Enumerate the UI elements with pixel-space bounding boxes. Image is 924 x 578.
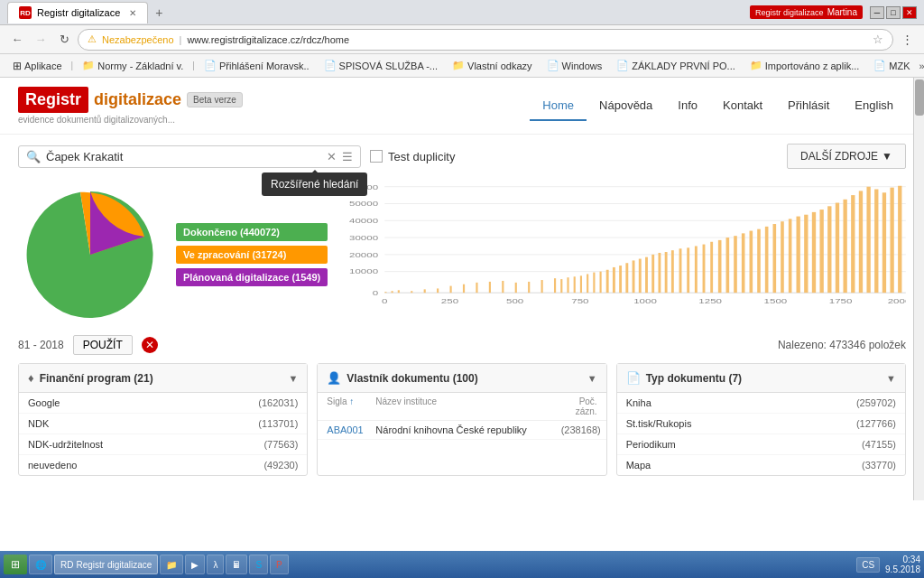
bookmark-importovano[interactable]: 📁 Importováno z aplik... (744, 58, 865, 73)
close-button[interactable]: ✕ (902, 6, 917, 19)
svg-text:40000: 40000 (349, 217, 379, 224)
tooltip: Rozšířené hledání (262, 172, 367, 196)
bookmark-apps[interactable]: ⊞ Aplikace (7, 58, 68, 74)
taskbar-explorer-button[interactable]: 📁 (160, 555, 183, 574)
bookmark-mzk[interactable]: 📄 MZK (868, 58, 915, 73)
nav-prihlasit[interactable]: Přihlásit (775, 91, 842, 121)
bookmark-zaklady[interactable]: 📄 ZÁKLADY PRVNÍ PO... (611, 58, 741, 73)
svg-text:10000: 10000 (349, 268, 379, 275)
svg-rect-83 (891, 188, 894, 293)
bookmark-vlastni[interactable]: 📁 Vlastní odkazy (447, 58, 538, 73)
duplicate-checkbox[interactable] (370, 150, 383, 163)
nav-home[interactable]: Home (530, 91, 587, 121)
scroll-thumb[interactable] (915, 79, 924, 116)
col-sigla-header[interactable]: Sigla ↑ (327, 396, 372, 416)
taskbar-time-display: 0:34 (885, 555, 920, 564)
count-aba001: (238168) (561, 424, 597, 435)
forward-button[interactable]: → (31, 30, 51, 50)
taskbar-skype-button[interactable]: S (249, 555, 268, 574)
folder-icon-1: 📁 (82, 60, 95, 71)
bookmark-windows[interactable]: 📄 Windows (541, 58, 608, 73)
cancel-filter-button[interactable]: ✕ (142, 337, 158, 353)
svg-rect-78 (851, 195, 855, 293)
start-button[interactable]: ⊞ (4, 555, 27, 574)
page-icon-3: 📄 (547, 60, 559, 71)
filter-row-periodikum[interactable]: Periodikum (47155) (617, 434, 905, 455)
diamond-icon: ♦ (28, 371, 34, 385)
filter-owner-header[interactable]: 👤 Vlastník dokumentu (100) ▼ (318, 364, 605, 393)
svg-rect-32 (489, 282, 491, 293)
svg-rect-52 (651, 255, 654, 293)
taskbar-app2-button[interactable]: 🖩 (226, 555, 247, 574)
tab-icon: RD (60, 560, 73, 570)
svg-rect-23 (385, 292, 387, 293)
bookmark-star-icon[interactable]: ☆ (873, 33, 883, 46)
bookmark-normy[interactable]: 📁 Normy - Základní v. (77, 58, 189, 73)
filter-doctype: 📄 Typ dokumentu (7) ▼ Kniha (259702) St.… (616, 363, 906, 476)
svg-text:30000: 30000 (349, 234, 379, 241)
taskbar-ie-button[interactable]: 🌐 (29, 555, 52, 574)
back-button[interactable]: ← (7, 30, 27, 50)
filter-owner-row-aba001[interactable]: ABA001 Národní knihovna České republiky … (318, 421, 605, 440)
search-input[interactable] (46, 150, 321, 163)
taskbar-language[interactable]: CS (856, 557, 880, 573)
maximize-button[interactable]: □ (886, 6, 901, 19)
reload-button[interactable]: ↻ (54, 30, 74, 50)
svg-rect-47 (619, 266, 622, 293)
filter-panels: ♦ Finanční program (21) ▼ Google (162031… (0, 359, 924, 480)
new-tab-button[interactable]: + (148, 2, 170, 23)
filter-row-neuvedeno[interactable]: neuvedeno (49230) (19, 455, 307, 475)
svg-rect-73 (812, 212, 816, 293)
taskbar-office-button[interactable]: P (270, 555, 289, 574)
dropdown-arrow-icon: ▼ (882, 150, 892, 163)
svg-rect-74 (820, 210, 824, 293)
taskbar-media-button[interactable]: ▶ (185, 555, 205, 574)
filter-financial-title: Finanční program (21) (40, 372, 153, 385)
other-sources-button[interactable]: DALŠÍ ZDROJE ▼ (787, 144, 906, 169)
nav-english[interactable]: English (842, 91, 906, 121)
filter-doctype-header[interactable]: 📄 Typ dokumentu (7) ▼ (617, 364, 905, 393)
bookmark-prihlaseni[interactable]: 📄 Přihlášení Moravsk.. (199, 58, 315, 73)
extensions-button[interactable]: ⋮ (897, 30, 917, 50)
bookmarks-bar: ⊞ Aplikace | 📁 Normy - Základní v. | 📄 P… (0, 54, 924, 78)
tab-close-button[interactable]: ✕ (129, 8, 136, 18)
bookmark-mzk-label: MZK (889, 61, 910, 71)
browser-tab[interactable]: RD Registr digitalizace ✕ (7, 2, 148, 23)
folder-icon-2: 📁 (452, 60, 465, 71)
address-bar[interactable]: ⚠ Nezabezpečeno | www.registrdigitalizac… (78, 29, 893, 51)
tab-favicon: RD (19, 6, 32, 19)
taskbar-active-window[interactable]: RD Registr digitalizace (54, 555, 158, 574)
svg-text:0: 0 (373, 289, 379, 296)
svg-rect-31 (476, 283, 478, 293)
svg-rect-36 (541, 280, 543, 293)
filter-row-ndk-udrzitelnost[interactable]: NDK-udržitelnost (77563) (19, 434, 307, 455)
nav-napoveda[interactable]: Nápověda (587, 91, 665, 121)
filter-financial-header[interactable]: ♦ Finanční program (21) ▼ (19, 364, 307, 393)
search-clear-button[interactable]: ✕ (327, 150, 337, 163)
scroll-track[interactable] (913, 78, 924, 500)
bar-section: 60000 50000 40000 30000 20000 10000 0 0 … (346, 182, 906, 325)
filter-row-sttisk[interactable]: St.tisk/Rukopis (127766) (617, 414, 905, 434)
taskbar-app1-button[interactable]: λ (207, 555, 224, 574)
filter-owner-chevron: ▼ (587, 373, 597, 384)
col-count-header[interactable]: Poč. zázn. (561, 396, 597, 416)
filter-row-google[interactable]: Google (162031) (19, 393, 307, 414)
beta-badge: Beta verze (187, 92, 243, 107)
svg-rect-62 (726, 238, 730, 293)
bookmark-spisova[interactable]: 📄 SPISOVÁ SLUŽBA -... (319, 58, 443, 73)
filter-row-ndk[interactable]: NDK (113701) (19, 414, 307, 434)
col-name-header[interactable]: Název instituce (375, 396, 557, 416)
svg-rect-34 (515, 283, 517, 293)
nav-info[interactable]: Info (665, 91, 710, 121)
nav-kontakt[interactable]: Kontakt (710, 91, 775, 121)
minimize-button[interactable]: ─ (870, 6, 884, 19)
filter-row-kniha[interactable]: Kniha (259702) (617, 393, 905, 414)
filter-row-mapa[interactable]: Mapa (33770) (617, 455, 905, 475)
bookmarks-more-button[interactable]: » (919, 61, 924, 71)
site-header: Registr digitalizace Beta verze evidence… (0, 78, 924, 135)
search-menu-button[interactable]: ☰ (342, 150, 353, 163)
charts-area: Dokončeno (440072) Ve zpracování (31724)… (0, 178, 924, 331)
use-button[interactable]: POUŽÍT (73, 335, 133, 355)
svg-rect-27 (424, 289, 426, 293)
url-text: www.registrdigitalizace.cz/rdcz/home (187, 34, 349, 45)
